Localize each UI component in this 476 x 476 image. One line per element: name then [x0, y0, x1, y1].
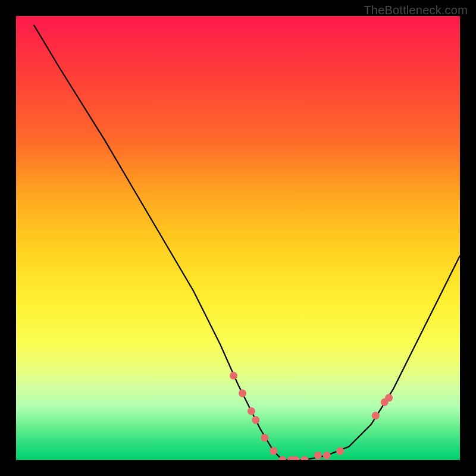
data-point: [372, 412, 380, 419]
plot-area: [16, 16, 460, 460]
branding-text: TheBottleneck.com: [364, 4, 468, 17]
data-point: [261, 434, 268, 441]
chart-outer: TheBottleneck.com: [0, 0, 476, 476]
data-point: [239, 390, 246, 397]
bottleneck-curve: [34, 25, 460, 460]
chart-svg: [16, 16, 460, 460]
data-point: [252, 416, 259, 424]
data-point: [314, 452, 322, 459]
data-point: [336, 447, 344, 455]
data-point: [270, 447, 277, 455]
data-point: [230, 372, 237, 380]
data-point: [300, 456, 308, 461]
data-point: [248, 407, 255, 415]
data-point: [323, 452, 331, 459]
data-point: [385, 394, 393, 402]
